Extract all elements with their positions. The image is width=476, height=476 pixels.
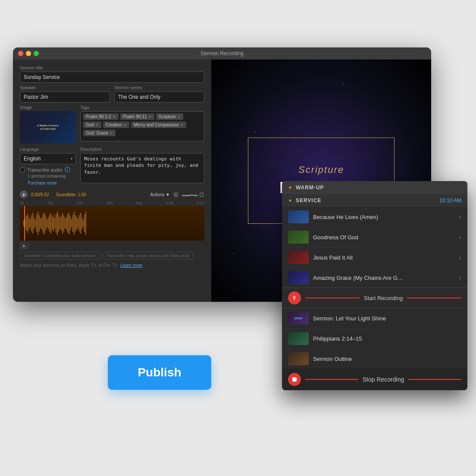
image-label: Image <box>20 105 76 110</box>
service-items-list-2: SFINF Sermon: Let Your Light Shine Phili… <box>282 308 467 369</box>
tag-remove-icon[interactable]: ✕ <box>110 131 113 135</box>
play-icon: ▶ <box>23 193 25 197</box>
tag-scripture[interactable]: Scripture ✕ <box>156 113 183 120</box>
language-select[interactable]: English <box>20 153 76 164</box>
list-item[interactable]: Sermon Outline <box>282 349 467 369</box>
recording-line <box>407 298 461 298</box>
timeline-ruler: 0s 13s 27s 40s 54s 1:08 1:21 <box>20 200 204 206</box>
stop-recording-row[interactable]: Stop Recording <box>282 369 467 390</box>
transcribe-label: Transcribe audio <box>27 167 63 172</box>
waveform-area[interactable] <box>20 206 204 241</box>
watch-bar: Watch your sermons on Roku, Apple TV, or… <box>20 263 204 268</box>
recording-line <box>305 298 360 298</box>
tag-remove-icon[interactable]: ✕ <box>95 123 99 127</box>
item-thumbnail <box>288 332 309 345</box>
service-label: SERVICE <box>296 197 321 204</box>
music-note-icon: ♪ <box>459 254 461 260</box>
tag-remove-icon[interactable]: ✕ <box>177 115 181 119</box>
music-note-icon: ♪ <box>459 234 461 240</box>
warmup-label: WARM-UP <box>296 185 324 191</box>
list-item[interactable]: Because He Lives (Amen) ♪ <box>282 207 467 227</box>
tag-grace[interactable]: God: Grace ✕ <box>83 130 116 136</box>
list-item[interactable]: Jesus Paid It All ♪ <box>282 247 467 268</box>
language-label: Language <box>20 147 76 152</box>
series-input[interactable] <box>114 91 204 103</box>
tags-container: Psalm 90:1-2 ✕ Psalm 90:11 ✕ Scripture ✕ <box>80 111 204 141</box>
list-item[interactable]: Goodness Of God ♪ <box>282 227 467 247</box>
tag-psalm-1[interactable]: Psalm 90:1-2 ✕ <box>83 113 119 120</box>
list-item[interactable]: Philippians 2:14–15 <box>282 329 467 349</box>
item-name: Amazing Grace (My Chains Are G… <box>313 275 454 281</box>
speaker-input[interactable] <box>20 91 110 103</box>
service-panel: ▼ WARM-UP ▼ SERVICE 10:10 AM Because He … <box>282 181 467 390</box>
item-name: Jesus Paid It All <box>313 254 454 261</box>
info-icon[interactable]: i <box>65 167 70 172</box>
sermon-title-input[interactable] <box>20 72 204 83</box>
transcribe-hint: Transcribe: Help people search and follo… <box>103 252 193 260</box>
transcribe-checkbox[interactable] <box>20 167 25 172</box>
music-note-icon: ♪ <box>459 275 461 281</box>
expand-icon: ⊡ <box>199 191 204 198</box>
stop-icon <box>292 377 297 382</box>
timeline-controls: ▶ 0:00/5:52 Soundbite: 1:00 Actions ▼ ⊞ … <box>20 191 204 198</box>
stop-recording-label: Stop Recording <box>363 376 404 383</box>
item-thumbnail: SFINF <box>288 312 309 325</box>
stop-line <box>305 379 358 380</box>
item-thumbnail <box>288 271 309 284</box>
description-label: Description <box>80 147 204 152</box>
tag-creation[interactable]: Creation ✕ <box>103 122 129 128</box>
stop-line-right <box>408 379 461 380</box>
speaker-label: Speaker <box>20 85 110 90</box>
minimize-button[interactable] <box>26 51 31 56</box>
tag-remove-icon[interactable]: ✕ <box>113 115 116 119</box>
purchase-link[interactable]: Purchase more <box>28 181 57 185</box>
music-note-icon: ♪ <box>459 214 461 220</box>
left-panel: Sermon title Speaker Sermon series Image… <box>13 60 211 302</box>
item-name: Sermon: Let Your Light Shine <box>313 315 461 322</box>
tag-psalm-2[interactable]: Psalm 90:11 ✕ <box>120 113 154 120</box>
list-item[interactable]: SFINF Sermon: Let Your Light Shine <box>282 308 467 329</box>
play-icon-small[interactable]: ▶ <box>20 242 29 249</box>
item-name: Because He Lives (Amen) <box>313 214 454 220</box>
item-thumbnail <box>288 231 309 244</box>
hints-row: Soundbite: Customize your audio preview.… <box>20 252 204 260</box>
publish-button[interactable]: Publish <box>108 355 211 390</box>
service-collapse-icon: ▼ <box>288 198 292 203</box>
publish-label: Publish <box>138 366 181 379</box>
fullscreen-button[interactable] <box>34 51 39 56</box>
play-button[interactable]: ▶ <box>20 191 28 198</box>
window-title: Sermon Recording <box>200 50 244 56</box>
zoom-slider[interactable]: ▬▬●▬ <box>182 192 197 197</box>
collapse-icon: ▼ <box>288 185 292 190</box>
service-header[interactable]: ▼ SERVICE 10:10 AM <box>282 194 467 207</box>
actions-button[interactable]: Actions ▼ <box>150 192 169 197</box>
waveform-bars <box>23 206 86 241</box>
start-recording-button[interactable]: 🎙 <box>288 291 301 304</box>
start-recording-label: Start Recording <box>364 295 403 301</box>
tag-remove-icon[interactable]: ✕ <box>180 123 184 127</box>
tag-remove-icon[interactable]: ✕ <box>148 115 152 119</box>
learn-more-link[interactable]: Learn more <box>120 263 142 268</box>
tag-mercy[interactable]: Mercy and Compassion ✕ <box>131 122 186 128</box>
tag-remove-icon[interactable]: ✕ <box>123 123 127 127</box>
item-thumbnail <box>288 210 309 223</box>
warmup-header[interactable]: ▼ WARM-UP <box>282 181 467 194</box>
image-thumbnail[interactable]: A Mighty FortressIS OUR GOD <box>20 111 76 144</box>
service-time: 10:10 AM <box>439 197 461 204</box>
soundbite-hint: Soundbite: Customize your audio preview. <box>20 252 100 260</box>
title-bar: Sermon Recording <box>13 47 431 60</box>
sermon-title-label: Sermon title <box>20 66 204 70</box>
start-recording-row[interactable]: 🎙 Start Recording <box>282 288 467 308</box>
description-input[interactable]: Moses recounts God's dealings with finit… <box>80 153 204 183</box>
tag-god[interactable]: God ✕ <box>83 122 101 128</box>
traffic-lights <box>18 51 39 56</box>
item-thumbnail <box>288 352 309 365</box>
item-name: Philippians 2:14–15 <box>313 335 461 342</box>
close-button[interactable] <box>18 51 23 56</box>
list-item[interactable]: Amazing Grace (My Chains Are G… ♪ <box>282 268 467 288</box>
stop-recording-button[interactable] <box>288 373 301 386</box>
scripture-title: Scripture <box>298 164 344 175</box>
item-thumbnail <box>288 251 309 264</box>
current-time: 0:00/5:52 <box>31 192 49 197</box>
tags-label: Tags <box>80 105 204 110</box>
